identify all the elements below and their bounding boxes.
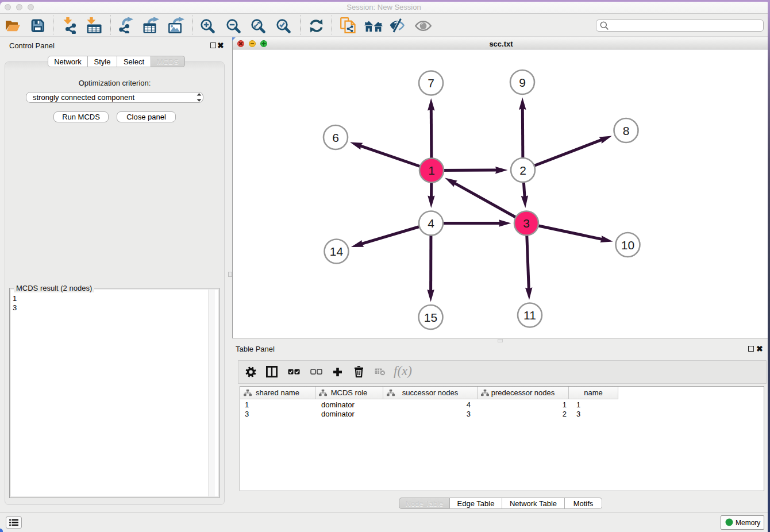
svg-text:11: 11 bbox=[523, 309, 536, 322]
svg-text:9: 9 bbox=[519, 76, 526, 89]
svg-text:7: 7 bbox=[428, 76, 434, 90]
svg-text:1: 1 bbox=[428, 164, 435, 177]
svg-text:6: 6 bbox=[332, 131, 339, 144]
svg-text:10: 10 bbox=[621, 238, 634, 252]
svg-text:14: 14 bbox=[330, 245, 344, 258]
svg-text:4: 4 bbox=[428, 217, 434, 230]
svg-text:2: 2 bbox=[519, 164, 526, 177]
svg-text:3: 3 bbox=[523, 217, 530, 230]
svg-text:8: 8 bbox=[623, 124, 630, 137]
svg-text:15: 15 bbox=[424, 311, 437, 324]
